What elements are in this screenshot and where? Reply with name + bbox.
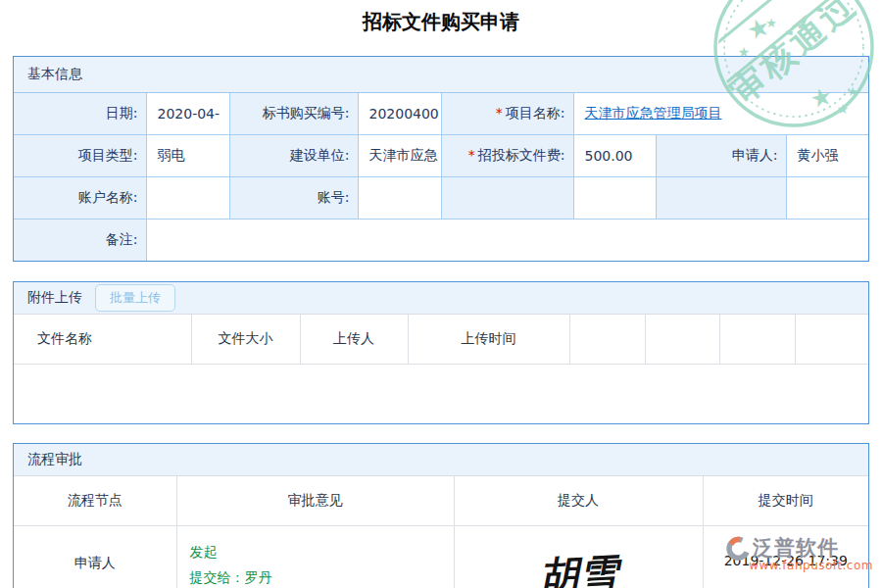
empty-label-cell bbox=[441, 177, 573, 220]
project-name-link[interactable]: 天津市应急管理局项目 bbox=[585, 105, 722, 121]
build-unit-value: 天津市应急 bbox=[358, 135, 441, 177]
approval-opinion-value: 发起 提交给：罗丹 bbox=[176, 526, 454, 588]
approval-section-title: 流程审批 bbox=[27, 451, 82, 468]
build-unit-label: 建设单位: bbox=[229, 135, 358, 177]
account-name-label: 账户名称: bbox=[14, 177, 146, 220]
flow-node-value: 申请人 bbox=[14, 526, 176, 588]
attachment-header: 附件上传 批量上传 bbox=[14, 282, 868, 315]
attachment-table-header-row: 文件名称 文件大小 上传人 上传时间 bbox=[14, 315, 868, 365]
vendor-logo-url: www.fanpusoft.com bbox=[726, 559, 875, 572]
col-empty bbox=[795, 315, 868, 365]
col-file-size: 文件大小 bbox=[191, 315, 300, 365]
project-type-label: 项目类型: bbox=[14, 135, 146, 177]
col-file-name: 文件名称 bbox=[14, 315, 191, 365]
basic-info-table: 日期: 2020-04- 标书购买编号: 20200400 *项目名称: 天津市… bbox=[14, 93, 868, 261]
basic-info-header: 基本信息 bbox=[14, 57, 868, 93]
col-empty bbox=[719, 315, 795, 365]
attachment-empty-body bbox=[14, 365, 868, 423]
project-name-value: 天津市应急管理局项目 bbox=[573, 93, 868, 135]
attachment-section: 附件上传 批量上传 文件名称 文件大小 上传人 上传时间 bbox=[13, 281, 869, 424]
empty-label-cell bbox=[656, 177, 786, 220]
required-mark: * bbox=[468, 147, 475, 163]
empty-value-cell bbox=[786, 177, 868, 220]
fanpu-logo-icon bbox=[726, 536, 751, 561]
page-title: 招标文件购买申请 bbox=[0, 0, 882, 56]
account-no-label: 账号: bbox=[229, 177, 358, 220]
remark-label: 备注: bbox=[14, 220, 146, 262]
col-flow-node: 流程节点 bbox=[14, 476, 176, 526]
applicant-value: 黄小强 bbox=[786, 135, 868, 177]
doc-fee-label: *招投标文件费: bbox=[441, 135, 573, 177]
table-row: 账户名称: 账号: bbox=[14, 177, 868, 220]
col-empty bbox=[645, 315, 719, 365]
approval-table-header-row: 流程节点 审批意见 提交人 提交时间 bbox=[14, 476, 868, 526]
submitter-signature-cell: 胡雪 bbox=[454, 526, 703, 588]
col-submitter: 提交人 bbox=[454, 476, 703, 526]
col-empty bbox=[569, 315, 645, 365]
col-upload-time: 上传时间 bbox=[408, 315, 569, 365]
project-name-label: *项目名称: bbox=[441, 93, 573, 135]
date-label: 日期: bbox=[14, 93, 146, 135]
col-submit-time: 提交时间 bbox=[703, 476, 868, 526]
project-type-value: 弱电 bbox=[146, 135, 229, 177]
attachment-section-title: 附件上传 bbox=[27, 289, 82, 307]
table-row: 日期: 2020-04- 标书购买编号: 20200400 *项目名称: 天津市… bbox=[14, 93, 868, 135]
col-uploader: 上传人 bbox=[300, 315, 408, 365]
submitter-signature: 胡雪 bbox=[459, 536, 698, 588]
empty-value-cell bbox=[573, 177, 656, 220]
account-no-value bbox=[358, 177, 441, 220]
batch-upload-button[interactable]: 批量上传 bbox=[95, 284, 175, 312]
bid-no-value: 20200400 bbox=[358, 93, 441, 135]
opinion-action: 发起 bbox=[190, 539, 454, 564]
applicant-label: 申请人: bbox=[656, 135, 786, 177]
required-mark: * bbox=[496, 105, 503, 121]
remark-value bbox=[146, 220, 868, 262]
bid-no-label: 标书购买编号: bbox=[229, 93, 358, 135]
vendor-logo-text: 泛普软件 bbox=[753, 534, 839, 562]
vendor-logo: 泛普软件 www.fanpusoft.com bbox=[726, 534, 875, 572]
table-row: 项目类型: 弱电 建设单位: 天津市应急 *招投标文件费: 500.00 申请人… bbox=[14, 135, 868, 177]
col-approval-opinion: 审批意见 bbox=[176, 476, 454, 526]
attachment-table: 文件名称 文件大小 上传人 上传时间 bbox=[14, 315, 868, 365]
approval-header: 流程审批 bbox=[14, 444, 868, 476]
basic-info-section: 基本信息 日期: 2020-04- 标书购买编号: 20200400 *项目名称… bbox=[13, 56, 869, 262]
opinion-submitted-to: 提交给：罗丹 bbox=[190, 564, 454, 588]
doc-fee-value: 500.00 bbox=[573, 135, 656, 177]
date-value: 2020-04- bbox=[146, 93, 229, 135]
table-row: 备注: bbox=[14, 220, 868, 262]
bid-document-purchase-form: 招标文件购买申请 基本信息 日期: 2020-04- 标书购买编号: 20200… bbox=[0, 0, 882, 588]
account-name-value bbox=[146, 177, 229, 220]
